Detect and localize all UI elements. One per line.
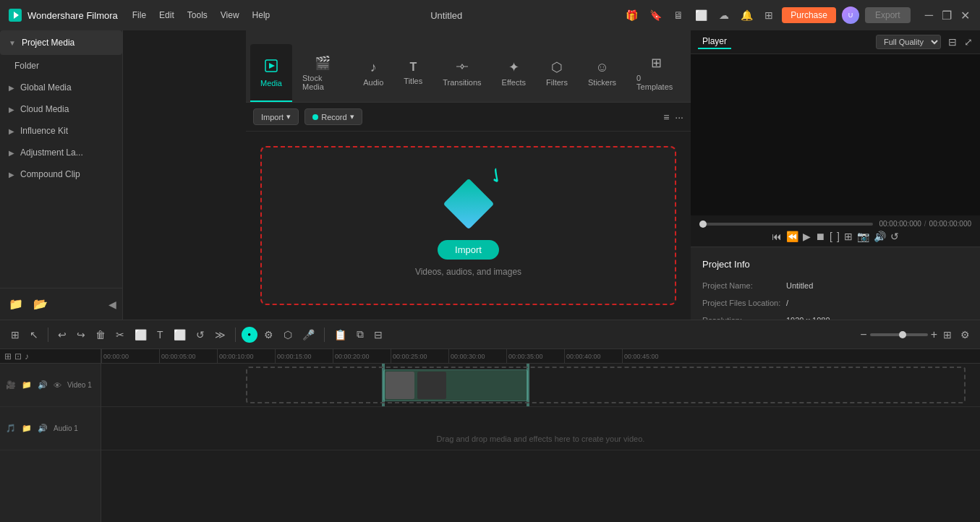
play-button[interactable]: ▶	[803, 231, 811, 242]
import-big-button[interactable]: Import	[438, 240, 499, 260]
tab-transitions[interactable]: Transitions	[433, 44, 491, 102]
record-dot-icon	[312, 114, 318, 120]
sidebar-item-folder[interactable]: Folder	[0, 55, 122, 77]
timeline-pip-button[interactable]: ⧉	[353, 325, 367, 343]
mark-in-button[interactable]: [	[830, 231, 832, 242]
menu-help[interactable]: Help	[252, 10, 270, 20]
transitions-tab-icon	[456, 60, 469, 75]
tab-stock-media[interactable]: 🎬 Stock Media	[292, 44, 353, 102]
settings-button[interactable]: ↺	[890, 231, 899, 242]
cloud-icon[interactable]: ☁	[716, 8, 732, 22]
fullscreen-button[interactable]: ⤢	[964, 36, 973, 48]
volume-button[interactable]: 🔊	[874, 231, 886, 242]
timeline-settings-button[interactable]: ⚙	[958, 326, 973, 343]
audio-track-music-icon[interactable]: 🎵	[4, 422, 17, 435]
timeline-rotate-button[interactable]: ↺	[192, 326, 208, 343]
timeline-track-button[interactable]: 📋	[331, 326, 350, 343]
timeline-transform-button[interactable]: ⬜	[170, 326, 189, 343]
player-tab[interactable]: Player	[698, 35, 731, 49]
add-to-timeline-button[interactable]: ⊞	[844, 231, 853, 242]
stop-button[interactable]: ⏹	[815, 231, 825, 242]
timeline-clip-settings[interactable]: ⚙	[260, 326, 277, 343]
menu-tools[interactable]: Tools	[187, 10, 208, 20]
split-view-button[interactable]: ⊟	[948, 36, 957, 48]
tab-media[interactable]: Media	[250, 44, 292, 102]
video-track-visibility-icon[interactable]: 👁	[52, 380, 63, 391]
gift-icon[interactable]: 🎁	[623, 8, 641, 22]
tab-templates[interactable]: ⊞ 0 Templates	[626, 44, 686, 102]
more-options-button[interactable]: ···	[675, 111, 683, 123]
sidebar-item-cloud-media[interactable]: ▶ Cloud Media	[0, 98, 122, 120]
add-audio-button[interactable]: ♪	[25, 351, 29, 361]
video-track-audio-icon[interactable]: 🔊	[36, 379, 49, 391]
timeline-marker-button[interactable]: ⬡	[280, 326, 296, 343]
close-button[interactable]: ✕	[958, 9, 973, 22]
export-button[interactable]: Export	[865, 7, 911, 23]
audio-track-folder-icon[interactable]: 📁	[20, 422, 33, 435]
video-track-camera-icon[interactable]: 🎥	[4, 379, 17, 391]
quality-select[interactable]: Full Quality	[876, 35, 941, 49]
timeline-cut-button[interactable]: ✂	[112, 326, 128, 343]
timeline-more-button[interactable]: ≫	[211, 326, 229, 343]
sidebar-item-adjustment-layer[interactable]: ▶ Adjustment La...	[0, 142, 122, 163]
mark-out-button[interactable]: ]	[837, 231, 840, 242]
user-avatar[interactable]: U	[842, 7, 859, 24]
add-video-track-button[interactable]: ⊞	[4, 351, 12, 361]
menu-view[interactable]: View	[221, 10, 239, 20]
timeline-redo-button[interactable]: ↪	[73, 326, 89, 343]
zoom-out-button[interactable]: −	[860, 328, 866, 341]
zoom-in-button[interactable]: +	[931, 328, 937, 341]
sidebar-item-global-media[interactable]: ▶ Global Media	[0, 77, 122, 98]
timeline-text-button[interactable]: T	[153, 326, 167, 343]
media-panel: Media 🎬 Stock Media ♪ Audio T Titles Tra…	[246, 30, 691, 320]
video-track-folder-icon[interactable]: 📁	[20, 379, 33, 391]
sidebar-item-influence-kit[interactable]: ▶ Influence Kit	[0, 120, 122, 142]
tab-effects[interactable]: ✦ Effects	[492, 44, 536, 102]
menu-edit[interactable]: Edit	[159, 10, 174, 20]
apps-icon[interactable]: ⊞	[762, 8, 776, 22]
audio-track-mute-icon[interactable]: 🔊	[36, 422, 49, 435]
tab-titles[interactable]: T Titles	[393, 44, 433, 102]
filter-button[interactable]: ≡	[663, 111, 669, 123]
timeline-grid-button[interactable]: ⊞	[7, 326, 23, 343]
timeline-undo-button[interactable]: ↩	[54, 326, 70, 343]
audio-track-1-label: 🎵 📁 🔊 Audio 1	[0, 407, 101, 450]
sidebar-project-media-label: Project Media	[22, 38, 74, 48]
timeline-pointer-button[interactable]: ↖	[26, 326, 42, 343]
sidebar-item-compound-clip[interactable]: ▶ Compound Clip	[0, 163, 122, 185]
go-to-start-button[interactable]: ⏮	[772, 231, 782, 242]
tab-audio[interactable]: ♪ Audio	[353, 44, 393, 102]
collapse-sidebar-button[interactable]: ◀	[108, 294, 116, 314]
audio-track-1-row[interactable]: Drag and drop media and effects here to …	[101, 407, 980, 450]
bell-icon[interactable]: 🔔	[738, 8, 756, 22]
sidebar-project-media[interactable]: ▼ Project Media	[0, 30, 122, 55]
timeline-crop-button[interactable]: ⬜	[131, 326, 150, 343]
tab-filters[interactable]: ⬡ Filters	[536, 44, 578, 102]
tab-stickers[interactable]: ☺ Stickers	[578, 44, 626, 102]
menu-file[interactable]: File	[132, 10, 146, 20]
player-timeline-slider[interactable]	[699, 223, 873, 226]
timeline-split-button[interactable]: ⊟	[370, 326, 386, 343]
zoom-slider[interactable]	[870, 333, 928, 336]
chevron-icon: ▶	[9, 106, 14, 114]
monitor-icon[interactable]: 🖥	[670, 8, 686, 22]
timeline-delete-button[interactable]: 🗑	[92, 326, 109, 343]
step-back-button[interactable]: ⏪	[786, 231, 798, 242]
record-button[interactable]: Record ▾	[304, 108, 362, 125]
new-folder-button[interactable]: 📂	[30, 294, 51, 314]
import-button[interactable]: Import ▾	[253, 108, 299, 125]
snapshot-button[interactable]: 📷	[857, 231, 869, 242]
add-compound-button[interactable]: ⊡	[14, 351, 22, 361]
minimize-button[interactable]: ─	[922, 9, 936, 22]
maximize-button[interactable]: ❐	[939, 9, 955, 22]
video-track-1-row[interactable]	[101, 364, 980, 407]
minimize-icon2[interactable]: ⬜	[692, 8, 710, 22]
project-info-panel: Project Info Project Name: Untitled Proj…	[691, 247, 980, 320]
import-drop-zone[interactable]: ✓ Import Videos, audios, and images	[260, 146, 676, 305]
timeline-record-indicator[interactable]: ●	[242, 327, 257, 343]
bookmark-icon[interactable]: 🔖	[647, 8, 665, 22]
purchase-button[interactable]: Purchase	[782, 7, 836, 23]
timeline-layout-button[interactable]: ⊞	[940, 326, 955, 343]
timeline-mic-button[interactable]: 🎤	[299, 326, 318, 343]
add-folder-button[interactable]: 📁	[6, 294, 26, 314]
